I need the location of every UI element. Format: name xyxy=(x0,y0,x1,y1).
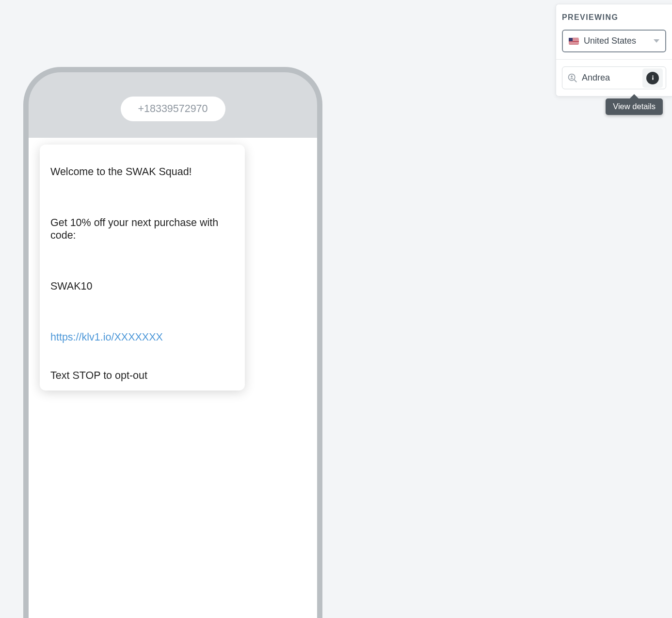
previewing-panel: PREVIEWING United States Andrea xyxy=(556,4,672,97)
usa-flag-icon xyxy=(569,38,579,45)
info-icon xyxy=(646,72,659,84)
message-code: SWAK10 xyxy=(50,280,92,292)
message-link[interactable]: https://klv1.io/XXXXXXX xyxy=(50,331,163,343)
message-line-offer: Get 10% off your next purchase with code… xyxy=(50,217,218,241)
person-zoom-icon xyxy=(567,73,578,83)
message-optout: Text STOP to opt-out xyxy=(50,370,147,381)
svg-point-3 xyxy=(652,75,654,77)
svg-point-2 xyxy=(571,75,573,77)
phone-mockup: +18339572970 Welcome to the SWAK Squad! … xyxy=(23,67,322,618)
panel-divider xyxy=(556,59,672,60)
message-line-welcome: Welcome to the SWAK Squad! xyxy=(50,166,192,178)
country-name: United States xyxy=(584,36,649,46)
sender-number-pill: +18339572970 xyxy=(120,97,225,121)
previewing-title: PREVIEWING xyxy=(562,13,666,22)
sms-message-bubble: Welcome to the SWAK Squad! Get 10% off y… xyxy=(40,145,245,390)
sender-number: +18339572970 xyxy=(138,103,208,114)
phone-header: +18339572970 xyxy=(29,72,317,138)
contact-name: Andrea xyxy=(582,73,639,83)
phone-screen: Welcome to the SWAK Squad! Get 10% off y… xyxy=(29,138,317,618)
phone-inner: +18339572970 Welcome to the SWAK Squad! … xyxy=(29,72,317,618)
chevron-down-icon xyxy=(654,39,659,43)
country-select[interactable]: United States xyxy=(562,30,666,52)
contact-select[interactable]: Andrea xyxy=(562,66,666,89)
info-button[interactable] xyxy=(642,68,663,88)
svg-rect-4 xyxy=(652,77,653,80)
svg-line-1 xyxy=(574,80,576,82)
tooltip-text: View details xyxy=(613,102,656,111)
view-details-tooltip: View details xyxy=(606,98,663,115)
